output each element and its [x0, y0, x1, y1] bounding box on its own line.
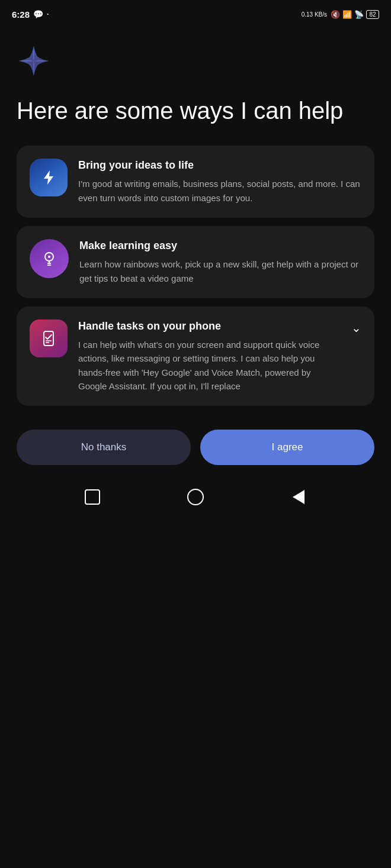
card-ideas-title: Bring your ideas to life [78, 159, 361, 172]
dot-indicator: · [47, 10, 49, 18]
back-triangle-icon [293, 490, 305, 504]
card-learning-text: Make learning easy Learn how rainbows wo… [79, 239, 361, 285]
square-icon [85, 489, 100, 505]
card-tasks-title: Handle tasks on your phone [78, 320, 341, 333]
svg-marker-0 [44, 170, 53, 185]
card-learning-desc: Learn how rainbows work, pick up a new s… [79, 257, 361, 285]
navigation-bar [0, 477, 391, 522]
main-title: Here are some ways I can help [17, 97, 374, 124]
lightning-icon-wrapper [30, 159, 68, 196]
chevron-down-icon: ⌄ [351, 321, 361, 335]
signal-icon: 📶 [342, 10, 352, 19]
time-display: 6:28 [12, 9, 30, 20]
whatsapp-icon: 💬 [33, 9, 43, 19]
card-tasks-text: Handle tasks on your phone I can help wi… [78, 320, 341, 393]
battery-level: 82 [369, 11, 376, 18]
data-speed: 0.13 KB/s [302, 11, 327, 18]
card-ideas-text: Bring your ideas to life I'm good at wri… [78, 159, 361, 205]
card-ideas: Bring your ideas to life I'm good at wri… [17, 146, 374, 218]
wifi-icon: 📡 [354, 10, 364, 19]
bulb-icon-wrapper [30, 239, 69, 278]
main-content: Here are some ways I can help Bring your… [0, 26, 391, 406]
back-button[interactable] [288, 486, 309, 508]
card-learning-title: Make learning easy [79, 239, 361, 253]
card-tasks-desc: I can help with what's on your screen an… [78, 338, 341, 393]
bulb-icon [40, 249, 59, 268]
bottom-action-bar: No thanks I agree [0, 418, 391, 477]
status-right-group: 0.13 KB/s 🔇 📶 📡 82 [302, 10, 379, 19]
card-tasks[interactable]: Handle tasks on your phone I can help wi… [17, 306, 374, 406]
cards-container: Bring your ideas to life I'm good at wri… [17, 146, 374, 406]
lightning-bolt-icon [39, 168, 58, 187]
status-bar: 6:28 💬 · 0.13 KB/s 🔇 📶 📡 82 [0, 0, 391, 26]
agree-button[interactable]: I agree [200, 430, 374, 465]
status-time: 6:28 💬 · [12, 9, 49, 20]
recent-apps-button[interactable] [82, 486, 103, 508]
svg-point-5 [48, 256, 50, 258]
no-thanks-button[interactable]: No thanks [17, 430, 191, 465]
circle-icon [187, 489, 204, 505]
home-button[interactable] [185, 486, 206, 508]
mute-icon: 🔇 [331, 10, 340, 19]
card-ideas-desc: I'm good at writing emails, business pla… [78, 177, 361, 205]
tasks-checklist-icon [39, 329, 58, 348]
battery-indicator: 82 [366, 10, 379, 19]
gemini-logo [17, 44, 51, 78]
card-learning: Make learning easy Learn how rainbows wo… [17, 226, 374, 298]
tasks-icon-wrapper [30, 320, 68, 357]
